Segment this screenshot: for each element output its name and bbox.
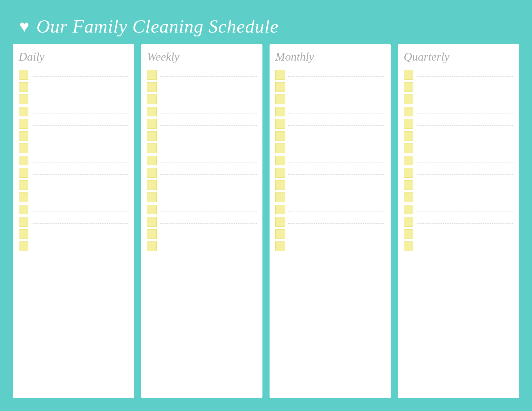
list-item[interactable] <box>147 215 257 227</box>
list-item[interactable] <box>275 227 385 239</box>
list-item[interactable] <box>404 129 513 141</box>
checkbox[interactable] <box>19 217 28 227</box>
list-item[interactable] <box>19 154 128 165</box>
checkbox[interactable] <box>275 205 285 214</box>
list-item[interactable] <box>404 215 513 227</box>
list-item[interactable] <box>19 215 128 227</box>
checkbox[interactable] <box>19 229 28 239</box>
list-item[interactable] <box>19 129 128 141</box>
list-item[interactable] <box>147 166 257 178</box>
list-item[interactable] <box>275 117 385 129</box>
list-item[interactable] <box>19 117 128 129</box>
list-item[interactable] <box>404 93 513 104</box>
checkbox[interactable] <box>404 143 413 153</box>
checkbox[interactable] <box>404 70 413 80</box>
checkbox[interactable] <box>19 180 28 190</box>
list-item[interactable] <box>19 93 128 104</box>
list-item[interactable] <box>275 191 385 202</box>
checkbox[interactable] <box>147 180 157 190</box>
checkbox[interactable] <box>147 205 157 214</box>
checkbox[interactable] <box>404 156 413 165</box>
list-item[interactable] <box>147 227 257 239</box>
checkbox[interactable] <box>19 143 28 153</box>
list-item[interactable] <box>147 129 257 141</box>
list-item[interactable] <box>147 68 257 80</box>
checkbox[interactable] <box>275 82 285 92</box>
checkbox[interactable] <box>275 241 285 251</box>
checkbox[interactable] <box>275 168 285 178</box>
checkbox[interactable] <box>404 217 413 227</box>
list-item[interactable] <box>275 105 385 116</box>
checkbox[interactable] <box>147 107 157 116</box>
list-item[interactable] <box>275 142 385 153</box>
list-item[interactable] <box>275 68 385 80</box>
checkbox[interactable] <box>275 131 285 141</box>
checkbox[interactable] <box>404 180 413 190</box>
checkbox[interactable] <box>19 156 28 165</box>
checkbox[interactable] <box>275 70 285 80</box>
checkbox[interactable] <box>19 192 28 202</box>
checkbox[interactable] <box>147 82 157 92</box>
list-item[interactable] <box>275 166 385 178</box>
list-item[interactable] <box>404 154 513 165</box>
list-item[interactable] <box>147 117 257 129</box>
list-item[interactable] <box>404 80 513 92</box>
list-item[interactable] <box>404 166 513 178</box>
checkbox[interactable] <box>275 156 285 165</box>
checkbox[interactable] <box>275 143 285 153</box>
list-item[interactable] <box>147 142 257 153</box>
checkbox[interactable] <box>275 119 285 129</box>
checkbox[interactable] <box>147 143 157 153</box>
list-item[interactable] <box>147 154 257 165</box>
checkbox[interactable] <box>19 107 28 116</box>
list-item[interactable] <box>147 93 257 104</box>
checkbox[interactable] <box>404 94 413 104</box>
checkbox[interactable] <box>147 229 157 239</box>
checkbox[interactable] <box>275 229 285 239</box>
list-item[interactable] <box>147 191 257 202</box>
list-item[interactable] <box>404 142 513 153</box>
list-item[interactable] <box>19 68 128 80</box>
checkbox[interactable] <box>147 217 157 227</box>
checkbox[interactable] <box>404 241 413 251</box>
checkbox[interactable] <box>19 241 28 251</box>
checkbox[interactable] <box>404 131 413 141</box>
checkbox[interactable] <box>147 241 157 251</box>
list-item[interactable] <box>147 80 257 92</box>
list-item[interactable] <box>275 154 385 165</box>
checkbox[interactable] <box>19 94 28 104</box>
list-item[interactable] <box>19 191 128 202</box>
list-item[interactable] <box>275 240 385 251</box>
list-item[interactable] <box>147 240 257 251</box>
checkbox[interactable] <box>19 168 28 178</box>
checkbox[interactable] <box>19 119 28 129</box>
checkbox[interactable] <box>19 205 28 214</box>
checkbox[interactable] <box>19 70 28 80</box>
list-item[interactable] <box>275 129 385 141</box>
list-item[interactable] <box>275 215 385 227</box>
list-item[interactable] <box>19 142 128 153</box>
list-item[interactable] <box>19 80 128 92</box>
list-item[interactable] <box>19 105 128 116</box>
list-item[interactable] <box>19 166 128 178</box>
checkbox[interactable] <box>147 70 157 80</box>
list-item[interactable] <box>19 203 128 214</box>
list-item[interactable] <box>404 178 513 190</box>
checkbox[interactable] <box>147 192 157 202</box>
checkbox[interactable] <box>147 94 157 104</box>
checkbox[interactable] <box>147 131 157 141</box>
list-item[interactable] <box>404 203 513 214</box>
checkbox[interactable] <box>404 168 413 178</box>
list-item[interactable] <box>275 203 385 214</box>
checkbox[interactable] <box>147 168 157 178</box>
checkbox[interactable] <box>275 94 285 104</box>
checkbox[interactable] <box>404 82 413 92</box>
checkbox[interactable] <box>404 119 413 129</box>
list-item[interactable] <box>147 178 257 190</box>
list-item[interactable] <box>404 227 513 239</box>
list-item[interactable] <box>404 117 513 129</box>
checkbox[interactable] <box>147 156 157 165</box>
checkbox[interactable] <box>275 192 285 202</box>
list-item[interactable] <box>404 105 513 116</box>
checkbox[interactable] <box>404 192 413 202</box>
